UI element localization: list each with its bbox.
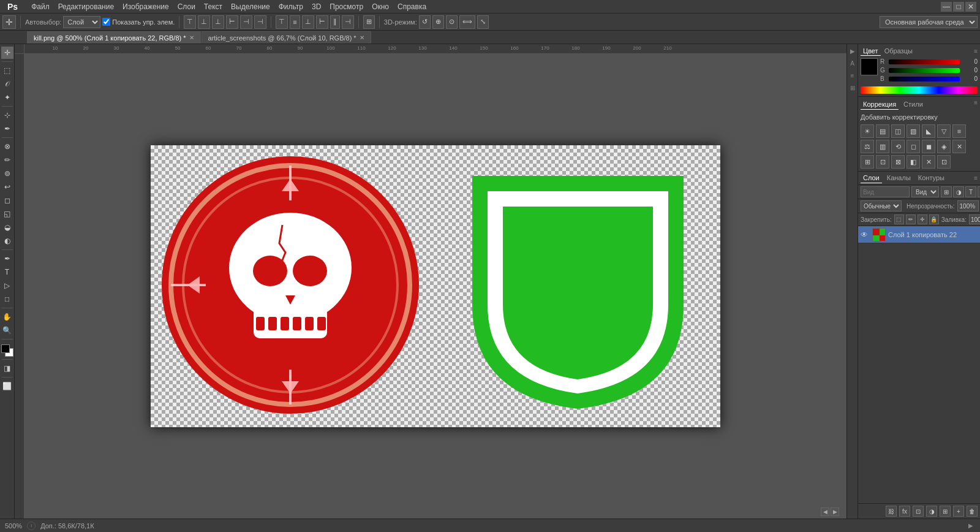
panel-icon-2[interactable]: A	[848, 59, 857, 67]
corr-brightness-btn[interactable]: ☀	[861, 124, 874, 138]
fg-color-box[interactable]	[861, 58, 878, 75]
dist-left-btn[interactable]: ⊢	[316, 15, 328, 29]
corr-extra4-btn[interactable]: ⊡	[937, 155, 951, 169]
auto-select-dropdown[interactable]: Слой Группу	[63, 16, 100, 28]
corr-bw-btn[interactable]: ⚖	[861, 140, 874, 153]
align-left-btn[interactable]: ⊢	[226, 15, 238, 29]
layers-filter-select[interactable]: Вид	[911, 186, 939, 197]
lock-all-btn[interactable]: 🔒	[929, 215, 939, 224]
minimize-button[interactable]: —	[941, 2, 952, 12]
menu-help[interactable]: Справка	[394, 1, 430, 12]
menu-edit[interactable]: Редактирование	[55, 1, 118, 12]
menu-view[interactable]: Просмотр	[326, 1, 367, 12]
scroll-left-btn[interactable]: ◀	[821, 507, 829, 516]
marquee-tool[interactable]: ⬚	[1, 64, 13, 77]
layers-tab[interactable]: Слои	[861, 173, 882, 183]
channels-tab[interactable]: Каналы	[884, 173, 913, 183]
magic-wand-tool[interactable]: ✦	[1, 91, 13, 104]
show-controls-checkbox[interactable]	[102, 18, 110, 26]
tab-kill-png[interactable]: kill.png @ 500% (Слой 1 копировать 22, R…	[27, 31, 201, 44]
tab-article[interactable]: article_screenshots @ 66,7% (Слой 10, RG…	[202, 31, 371, 44]
align-bottom-btn[interactable]: ⊥	[212, 15, 224, 29]
path-select-tool[interactable]: ▷	[1, 279, 13, 292]
corr-channelmixer-btn[interactable]: ⟲	[891, 140, 905, 153]
correction-tab[interactable]: Коррекция	[861, 99, 899, 110]
lasso-tool[interactable]: 𝒪	[1, 78, 13, 90]
new-group-btn2[interactable]: ⊞	[940, 506, 951, 517]
hand-tool[interactable]: ✋	[1, 311, 13, 323]
corr-levels-btn[interactable]: ▤	[876, 124, 889, 138]
red-slider[interactable]	[889, 59, 960, 64]
delete-layer-btn[interactable]: 🗑	[967, 506, 978, 517]
color-tab[interactable]: Цвет	[861, 47, 881, 56]
zoom-tool[interactable]: 🔍	[1, 324, 13, 336]
dist-bottom-btn[interactable]: ⊥	[302, 15, 314, 29]
close-button[interactable]: ✕	[965, 2, 976, 12]
dist-right-btn[interactable]: ⊣	[342, 15, 354, 29]
corr-exposure-btn[interactable]: ▧	[907, 124, 920, 138]
canvas-area[interactable]	[24, 54, 846, 519]
canvas[interactable]	[151, 145, 720, 427]
3d-pan-btn[interactable]: ⊕	[432, 15, 444, 29]
dist-hmid-btn[interactable]: ∥	[330, 15, 340, 29]
layer-item-0[interactable]: 👁 Слой 1 копировать 22	[858, 226, 980, 243]
align-right-btn[interactable]: ⊣	[254, 15, 266, 29]
corr-photofilter-btn[interactable]: ▥	[876, 140, 889, 153]
lock-pixels-btn[interactable]: ⬚	[894, 215, 904, 224]
menu-3d[interactable]: 3D	[308, 1, 325, 12]
add-mask-btn[interactable]: ⊡	[913, 506, 924, 517]
lock-artboards-btn[interactable]: ✛	[918, 215, 927, 224]
arrange-btn[interactable]: ⊞	[363, 15, 375, 29]
layer-eye-0[interactable]: 👁	[861, 230, 870, 239]
panel-icon-1[interactable]: ▶	[848, 47, 857, 55]
new-layer-btn2[interactable]: +	[953, 506, 964, 517]
corr-curves-btn[interactable]: ◫	[891, 124, 905, 138]
corr-hsl-btn[interactable]: ▽	[937, 124, 951, 138]
layers-search-input[interactable]	[861, 186, 910, 197]
stamp-tool[interactable]: ⊚	[1, 167, 13, 180]
pen-tool[interactable]: ✒	[1, 253, 13, 265]
new-adj-btn[interactable]: ◑	[953, 186, 964, 197]
history-brush-tool[interactable]: ↩	[1, 181, 13, 193]
dist-top-btn[interactable]: ⊤	[276, 15, 288, 29]
status-arrow-btn[interactable]: ▶	[967, 522, 975, 530]
fill-input[interactable]	[969, 215, 980, 224]
panel-icon-3[interactable]: ≡	[848, 71, 857, 80]
panel-icon-4[interactable]: ⊞	[848, 83, 857, 92]
blur-tool[interactable]: ◒	[1, 221, 13, 234]
color-panel-menu[interactable]: ≡	[974, 48, 978, 55]
mask-btn[interactable]: ⊡	[978, 186, 980, 197]
menu-layers[interactable]: Слои	[174, 1, 199, 12]
link-layers-btn[interactable]: ⛓	[886, 506, 897, 517]
blend-mode-select[interactable]: Обычные	[861, 200, 902, 211]
menu-select[interactable]: Выделение	[227, 1, 274, 12]
3d-rotate-btn[interactable]: ↺	[419, 15, 431, 29]
corr-colorbalance-btn[interactable]: ≡	[952, 124, 966, 138]
3d-scale-btn[interactable]: ⤡	[477, 15, 489, 29]
corr-invert-btn[interactable]: ◼	[922, 140, 935, 153]
swatches-tab[interactable]: Образцы	[882, 47, 915, 56]
3d-roll-btn[interactable]: ⊙	[446, 15, 458, 29]
maximize-button[interactable]: □	[953, 2, 964, 12]
menu-filter[interactable]: Фильтр	[275, 1, 307, 12]
new-group-btn[interactable]: ⊞	[941, 186, 952, 197]
show-controls-check[interactable]: Показать упр. элем.	[102, 18, 175, 26]
shape-tool[interactable]: □	[1, 293, 13, 305]
gradient-tool[interactable]: ◱	[1, 208, 13, 220]
move-tool[interactable]: ✛	[1, 47, 13, 59]
tab-kill-close[interactable]: ✕	[189, 34, 194, 41]
eraser-tool[interactable]: ◻	[1, 194, 13, 207]
spot-heal-tool[interactable]: ⊗	[1, 140, 13, 153]
scroll-right-btn[interactable]: ▶	[831, 507, 839, 516]
tab-article-close[interactable]: ✕	[360, 34, 364, 41]
new-layer-btn[interactable]: T	[965, 186, 976, 197]
eyedropper-tool[interactable]: ✒	[1, 123, 13, 135]
workspace-select[interactable]: Основная рабочая среда	[880, 16, 978, 28]
corr-extra-btn[interactable]: ⊠	[891, 155, 905, 169]
corr-colorlookup-btn[interactable]: ◻	[907, 140, 920, 153]
align-top-btn[interactable]: ⊤	[184, 15, 196, 29]
correction-panel-menu[interactable]: ≡	[974, 99, 978, 110]
align-vmid-btn[interactable]: ⊥	[198, 15, 210, 29]
corr-gradient-map-btn[interactable]: ⊞	[861, 155, 874, 169]
paths-tab[interactable]: Контуры	[916, 173, 947, 183]
